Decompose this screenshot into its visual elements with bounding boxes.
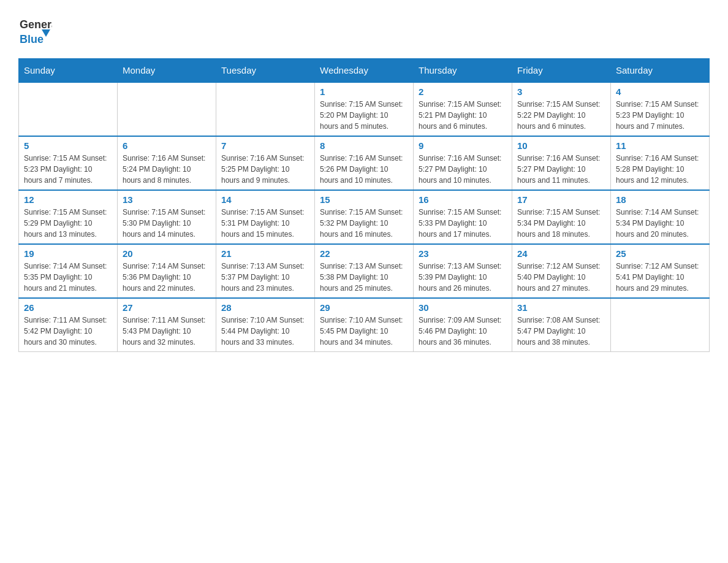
day-info: Sunrise: 7:15 AM Sunset: 5:23 PM Dayligh…: [24, 153, 112, 186]
day-info: Sunrise: 7:16 AM Sunset: 5:28 PM Dayligh…: [616, 153, 704, 186]
day-number: 3: [517, 86, 605, 97]
calendar-cell: [118, 82, 216, 136]
day-number: 25: [616, 248, 704, 259]
calendar-cell: 15Sunrise: 7:15 AM Sunset: 5:32 PM Dayli…: [315, 190, 414, 244]
calendar-cell: 25Sunrise: 7:12 AM Sunset: 5:41 PM Dayli…: [611, 244, 710, 298]
day-number: 16: [419, 194, 507, 205]
calendar-cell: 24Sunrise: 7:12 AM Sunset: 5:40 PM Dayli…: [512, 244, 611, 298]
day-number: 19: [24, 248, 112, 259]
calendar-header-friday: Friday: [512, 59, 611, 83]
calendar-cell: 2Sunrise: 7:15 AM Sunset: 5:21 PM Daylig…: [414, 82, 512, 136]
calendar-cell: 28Sunrise: 7:10 AM Sunset: 5:44 PM Dayli…: [216, 298, 315, 352]
calendar-cell: 4Sunrise: 7:15 AM Sunset: 5:23 PM Daylig…: [611, 82, 710, 136]
day-number: 4: [616, 86, 704, 97]
calendar-cell: 13Sunrise: 7:15 AM Sunset: 5:30 PM Dayli…: [118, 190, 216, 244]
calendar-cell: 12Sunrise: 7:15 AM Sunset: 5:29 PM Dayli…: [19, 190, 118, 244]
calendar-cell: 20Sunrise: 7:14 AM Sunset: 5:36 PM Dayli…: [118, 244, 216, 298]
day-info: Sunrise: 7:15 AM Sunset: 5:31 PM Dayligh…: [221, 207, 309, 240]
calendar-header-sunday: Sunday: [19, 59, 118, 83]
day-info: Sunrise: 7:13 AM Sunset: 5:39 PM Dayligh…: [419, 261, 507, 294]
calendar-cell: 16Sunrise: 7:15 AM Sunset: 5:33 PM Dayli…: [414, 190, 512, 244]
day-number: 21: [221, 248, 309, 259]
day-info: Sunrise: 7:13 AM Sunset: 5:38 PM Dayligh…: [320, 261, 408, 294]
calendar-cell: 7Sunrise: 7:16 AM Sunset: 5:25 PM Daylig…: [216, 136, 315, 190]
day-info: Sunrise: 7:11 AM Sunset: 5:42 PM Dayligh…: [24, 315, 112, 348]
day-number: 13: [123, 194, 211, 205]
day-number: 10: [517, 140, 605, 151]
day-info: Sunrise: 7:15 AM Sunset: 5:33 PM Dayligh…: [419, 207, 507, 240]
day-number: 29: [320, 302, 408, 313]
day-number: 12: [24, 194, 112, 205]
day-info: Sunrise: 7:16 AM Sunset: 5:26 PM Dayligh…: [320, 153, 408, 186]
day-number: 28: [221, 302, 309, 313]
calendar-header-saturday: Saturday: [611, 59, 710, 83]
day-info: Sunrise: 7:11 AM Sunset: 5:43 PM Dayligh…: [123, 315, 211, 348]
day-number: 11: [616, 140, 704, 151]
day-number: 27: [123, 302, 211, 313]
calendar-week-row: 26Sunrise: 7:11 AM Sunset: 5:42 PM Dayli…: [19, 298, 710, 352]
day-info: Sunrise: 7:15 AM Sunset: 5:23 PM Dayligh…: [616, 99, 704, 132]
calendar-cell: 31Sunrise: 7:08 AM Sunset: 5:47 PM Dayli…: [512, 298, 611, 352]
calendar-cell: 27Sunrise: 7:11 AM Sunset: 5:43 PM Dayli…: [118, 298, 216, 352]
calendar-header-wednesday: Wednesday: [315, 59, 414, 83]
day-info: Sunrise: 7:15 AM Sunset: 5:32 PM Dayligh…: [320, 207, 408, 240]
day-number: 6: [123, 140, 211, 151]
day-number: 17: [517, 194, 605, 205]
day-info: Sunrise: 7:08 AM Sunset: 5:47 PM Dayligh…: [517, 315, 605, 348]
calendar-week-row: 1Sunrise: 7:15 AM Sunset: 5:20 PM Daylig…: [19, 82, 710, 136]
day-info: Sunrise: 7:15 AM Sunset: 5:29 PM Dayligh…: [24, 207, 112, 240]
calendar-cell: 6Sunrise: 7:16 AM Sunset: 5:24 PM Daylig…: [118, 136, 216, 190]
calendar-week-row: 19Sunrise: 7:14 AM Sunset: 5:35 PM Dayli…: [19, 244, 710, 298]
day-number: 24: [517, 248, 605, 259]
day-number: 22: [320, 248, 408, 259]
day-number: 14: [221, 194, 309, 205]
calendar-header-thursday: Thursday: [414, 59, 512, 83]
calendar-table: SundayMondayTuesdayWednesdayThursdayFrid…: [18, 58, 710, 352]
calendar-cell: 29Sunrise: 7:10 AM Sunset: 5:45 PM Dayli…: [315, 298, 414, 352]
logo-icon: General Blue: [18, 12, 52, 46]
calendar-cell: 1Sunrise: 7:15 AM Sunset: 5:20 PM Daylig…: [315, 82, 414, 136]
day-info: Sunrise: 7:15 AM Sunset: 5:30 PM Dayligh…: [123, 207, 211, 240]
day-number: 31: [517, 302, 605, 313]
calendar-cell: 23Sunrise: 7:13 AM Sunset: 5:39 PM Dayli…: [414, 244, 512, 298]
calendar-cell: 9Sunrise: 7:16 AM Sunset: 5:27 PM Daylig…: [414, 136, 512, 190]
day-info: Sunrise: 7:09 AM Sunset: 5:46 PM Dayligh…: [419, 315, 507, 348]
day-number: 23: [419, 248, 507, 259]
calendar-header-row: SundayMondayTuesdayWednesdayThursdayFrid…: [19, 59, 710, 83]
day-info: Sunrise: 7:10 AM Sunset: 5:45 PM Dayligh…: [320, 315, 408, 348]
calendar-cell: 14Sunrise: 7:15 AM Sunset: 5:31 PM Dayli…: [216, 190, 315, 244]
calendar-cell: 21Sunrise: 7:13 AM Sunset: 5:37 PM Dayli…: [216, 244, 315, 298]
day-number: 9: [419, 140, 507, 151]
day-number: 1: [320, 86, 408, 97]
calendar-cell: [216, 82, 315, 136]
calendar-cell: 18Sunrise: 7:14 AM Sunset: 5:34 PM Dayli…: [611, 190, 710, 244]
calendar-header-monday: Monday: [118, 59, 216, 83]
day-info: Sunrise: 7:14 AM Sunset: 5:34 PM Dayligh…: [616, 207, 704, 240]
calendar-cell: 3Sunrise: 7:15 AM Sunset: 5:22 PM Daylig…: [512, 82, 611, 136]
day-number: 30: [419, 302, 507, 313]
calendar-header-tuesday: Tuesday: [216, 59, 315, 83]
calendar-cell: 26Sunrise: 7:11 AM Sunset: 5:42 PM Dayli…: [19, 298, 118, 352]
day-number: 2: [419, 86, 507, 97]
day-number: 18: [616, 194, 704, 205]
day-info: Sunrise: 7:16 AM Sunset: 5:27 PM Dayligh…: [517, 153, 605, 186]
day-number: 20: [123, 248, 211, 259]
day-info: Sunrise: 7:16 AM Sunset: 5:24 PM Dayligh…: [123, 153, 211, 186]
day-number: 26: [24, 302, 112, 313]
day-info: Sunrise: 7:15 AM Sunset: 5:22 PM Dayligh…: [517, 99, 605, 132]
page-header: General Blue: [18, 12, 710, 46]
calendar-cell: 5Sunrise: 7:15 AM Sunset: 5:23 PM Daylig…: [19, 136, 118, 190]
logo: General Blue: [18, 12, 52, 46]
calendar-cell: 11Sunrise: 7:16 AM Sunset: 5:28 PM Dayli…: [611, 136, 710, 190]
calendar-cell: 22Sunrise: 7:13 AM Sunset: 5:38 PM Dayli…: [315, 244, 414, 298]
calendar-cell: 17Sunrise: 7:15 AM Sunset: 5:34 PM Dayli…: [512, 190, 611, 244]
day-info: Sunrise: 7:15 AM Sunset: 5:34 PM Dayligh…: [517, 207, 605, 240]
calendar-cell: [611, 298, 710, 352]
calendar-cell: 10Sunrise: 7:16 AM Sunset: 5:27 PM Dayli…: [512, 136, 611, 190]
calendar-cell: 30Sunrise: 7:09 AM Sunset: 5:46 PM Dayli…: [414, 298, 512, 352]
day-info: Sunrise: 7:15 AM Sunset: 5:21 PM Dayligh…: [419, 99, 507, 132]
day-number: 7: [221, 140, 309, 151]
day-info: Sunrise: 7:15 AM Sunset: 5:20 PM Dayligh…: [320, 99, 408, 132]
day-info: Sunrise: 7:14 AM Sunset: 5:35 PM Dayligh…: [24, 261, 112, 294]
calendar-cell: [19, 82, 118, 136]
